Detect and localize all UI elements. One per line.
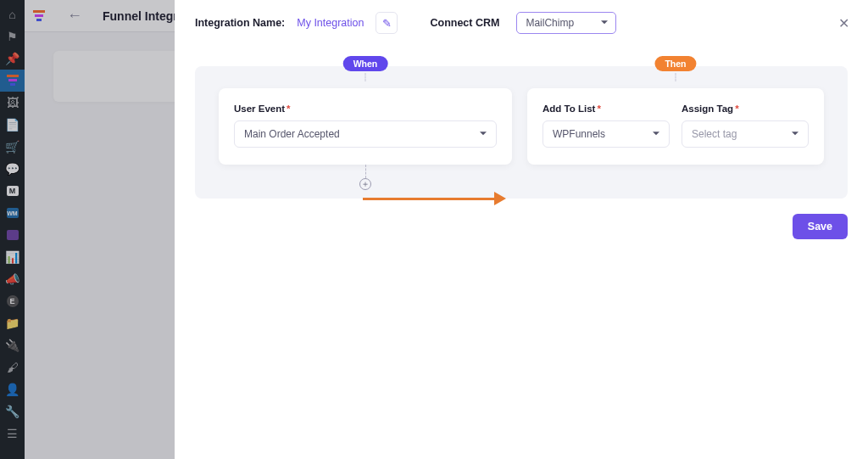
save-button[interactable]: Save xyxy=(793,214,848,239)
add-rule-button[interactable]: ＋ xyxy=(359,178,371,190)
when-card: When User Event* Main Order Accepted ＋ xyxy=(219,88,512,165)
user-event-label: User Event* xyxy=(234,104,497,114)
integration-modal: Integration Name: My Integration ✎ Conne… xyxy=(175,0,868,459)
edit-name-button[interactable]: ✎ xyxy=(376,12,398,34)
rule-row: When User Event* Main Order Accepted ＋ T… xyxy=(219,88,824,165)
then-card: Then Add To List* WPFunnels Assign Tag* … xyxy=(527,88,824,165)
user-event-value: Main Order Accepted xyxy=(244,128,340,140)
close-icon: ✕ xyxy=(838,15,849,31)
assign-tag-select[interactable]: Select tag xyxy=(682,120,809,148)
close-modal-button[interactable]: ✕ xyxy=(834,14,853,32)
arrow-shaft xyxy=(363,198,495,200)
when-stem xyxy=(365,73,366,81)
connect-crm-selected: MailChimp xyxy=(526,17,574,29)
add-to-list-value: WPFunnels xyxy=(553,128,605,140)
assign-tag-field: Assign Tag* Select tag xyxy=(682,104,809,148)
add-to-list-field: Add To List* WPFunnels xyxy=(542,104,670,148)
modal-footer: Save xyxy=(175,199,868,239)
arrow-head-icon xyxy=(494,192,513,205)
connect-crm-label: Connect CRM xyxy=(430,17,499,29)
connector-line xyxy=(365,165,366,178)
add-to-list-label: Add To List* xyxy=(542,104,670,114)
then-pill: Then xyxy=(654,56,696,71)
modal-header: Integration Name: My Integration ✎ Conne… xyxy=(175,0,868,46)
add-to-list-select[interactable]: WPFunnels xyxy=(542,120,670,148)
assign-tag-placeholder: Select tag xyxy=(692,128,737,140)
when-pill: When xyxy=(343,56,388,71)
integration-name-label: Integration Name: xyxy=(195,17,285,29)
user-event-field: User Event* Main Order Accepted xyxy=(234,104,497,148)
user-event-select[interactable]: Main Order Accepted xyxy=(234,120,497,148)
connect-crm-select[interactable]: MailChimp xyxy=(516,12,616,34)
integration-name-value: My Integration xyxy=(297,17,364,29)
then-stem xyxy=(676,73,676,81)
assign-tag-label: Assign Tag* xyxy=(682,104,809,114)
annotation-arrow xyxy=(363,192,513,205)
pencil-icon: ✎ xyxy=(382,17,392,30)
rule-connector: ＋ xyxy=(359,165,371,190)
rule-canvas: When User Event* Main Order Accepted ＋ T… xyxy=(195,66,848,199)
